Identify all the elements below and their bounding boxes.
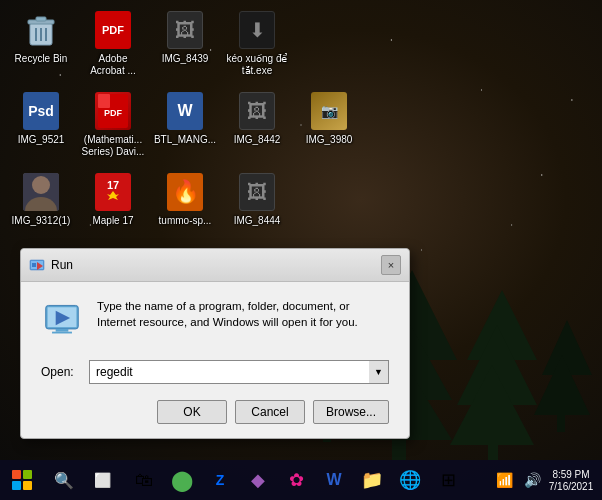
tray-network-icon[interactable]: 📶 xyxy=(492,460,516,500)
svg-rect-36 xyxy=(52,332,72,334)
word-icon: W xyxy=(326,471,341,489)
tray-clock[interactable]: 8:59 PM 7/16/2021 xyxy=(548,460,594,500)
keo-xuong-icon: ⬇ xyxy=(236,9,278,51)
desktop-icon-img-8444[interactable]: 🖼 IMG_8444 xyxy=(221,167,293,231)
icon-row-3: IMG_9312(1) 17 Maple 17 xyxy=(5,167,597,231)
dialog-browse-button[interactable]: Browse... xyxy=(313,400,389,424)
desktop-icon-math-series[interactable]: PDF (Mathemati... Series) Davi... xyxy=(77,86,149,162)
svg-rect-21 xyxy=(98,94,110,108)
icon-label-img-8439: IMG_8439 xyxy=(162,53,209,65)
taskbar-search-button[interactable]: 🔍 xyxy=(46,460,82,500)
svg-rect-16 xyxy=(36,17,46,21)
dialog-close-button[interactable]: × xyxy=(381,255,401,275)
svg-text:PDF: PDF xyxy=(104,108,123,118)
tray-volume-icon[interactable]: 🔊 xyxy=(520,460,544,500)
icon-label-img-3980: IMG_3980 xyxy=(306,134,353,146)
img-9312-icon xyxy=(20,171,62,213)
taskbar-system-tray: 📶 🔊 8:59 PM 7/16/2021 xyxy=(492,460,602,500)
dialog-open-input[interactable] xyxy=(89,360,369,384)
dialog-title-left: Run xyxy=(29,257,73,273)
icon-label-recycle-bin: Recycle Bin xyxy=(15,53,68,65)
svg-point-24 xyxy=(32,176,50,194)
tray-date: 7/16/2021 xyxy=(549,481,594,492)
icon-row-1: Recycle Bin PDF Adobe Acrobat ... 🖼 IMG_… xyxy=(5,5,597,81)
img-8444-icon: 🖼 xyxy=(236,171,278,213)
icon-label-img-9521: IMG_9521 xyxy=(18,134,65,146)
img-8442-icon: 🖼 xyxy=(236,90,278,132)
icon-label-keo-xuong: kéo xuống để tắt.exe xyxy=(225,53,289,77)
dialog-dropdown-button[interactable]: ▼ xyxy=(369,360,389,384)
dialog-open-row: Open: ▼ xyxy=(21,356,409,396)
tummo-sp-icon: 🔥 xyxy=(164,171,206,213)
maps-icon: 🌐 xyxy=(399,469,421,491)
svg-rect-35 xyxy=(56,329,69,332)
desktop-icon-img-3980[interactable]: 📷 IMG_3980 xyxy=(293,86,365,162)
dialog-cancel-button[interactable]: Cancel xyxy=(235,400,305,424)
icon-label-img-8444: IMG_8444 xyxy=(234,215,281,227)
taskbar-app-maps[interactable]: 🌐 xyxy=(392,461,428,499)
dialog-title-icon xyxy=(29,257,45,273)
taskbar-app-explorer[interactable]: 📁 xyxy=(354,461,390,499)
windows-logo-icon xyxy=(12,470,32,490)
desktop-icon-img-9521[interactable]: Psd IMG_9521 xyxy=(5,86,77,162)
math-series-icon: PDF xyxy=(92,90,134,132)
icon-label-img-9312: IMG_9312(1) xyxy=(12,215,71,227)
btl-mang-icon: W xyxy=(164,90,206,132)
taskbar-app-zalo[interactable]: Z xyxy=(202,461,238,499)
taskbar-app-ms-store[interactable]: ⊞ xyxy=(430,461,466,499)
dialog-description: Type the name of a program, folder, docu… xyxy=(97,298,389,330)
dialog-body: Type the name of a program, folder, docu… xyxy=(21,282,409,356)
dialog-title-text: Run xyxy=(51,258,73,272)
icon-label-tummo-sp: tummo-sp... xyxy=(159,215,212,227)
svg-rect-30 xyxy=(32,263,36,267)
desktop-icon-btl-mang[interactable]: W BTL_MANG... xyxy=(149,86,221,162)
img-3980-icon: 📷 xyxy=(308,90,350,132)
taskbar-app-vs[interactable]: ◆ xyxy=(240,461,276,499)
adobe-acrobat-icon: PDF xyxy=(92,9,134,51)
vs-icon: ◆ xyxy=(251,469,265,491)
run-icon xyxy=(41,298,83,340)
run-dialog: Run × Type the name of a program, folder… xyxy=(20,248,410,439)
taskbar-start-button[interactable] xyxy=(0,460,44,500)
maple-17-icon: 17 xyxy=(92,171,134,213)
icon-label-btl-mang: BTL_MANG... xyxy=(154,134,216,146)
taskbar-app-green[interactable]: ⬤ xyxy=(164,461,200,499)
desktop-icon-tummo-sp[interactable]: 🔥 tummo-sp... xyxy=(149,167,221,231)
taskbar-app-store[interactable]: 🛍 xyxy=(126,461,162,499)
desktop-icon-recycle-bin[interactable]: Recycle Bin xyxy=(5,5,77,81)
dialog-open-label: Open: xyxy=(41,365,81,379)
taskbar-task-view-button[interactable]: ⬜ xyxy=(84,460,120,500)
tray-time: 8:59 PM xyxy=(552,469,589,480)
desktop-icon-adobe-acrobat[interactable]: PDF Adobe Acrobat ... xyxy=(77,5,149,81)
ms-store-icon: ⊞ xyxy=(441,469,456,491)
svg-text:17: 17 xyxy=(107,179,119,191)
icon-label-maple-17: Maple 17 xyxy=(92,215,133,227)
taskbar-app-pink[interactable]: ✿ xyxy=(278,461,314,499)
img-9521-icon: Psd xyxy=(20,90,62,132)
zalo-icon: Z xyxy=(216,472,225,488)
icon-label-math-series: (Mathemati... Series) Davi... xyxy=(81,134,145,158)
green-app-icon: ⬤ xyxy=(171,468,193,492)
search-icon: 🔍 xyxy=(54,471,74,490)
store-icon: 🛍 xyxy=(135,470,153,491)
desktop: Recycle Bin PDF Adobe Acrobat ... 🖼 IMG_… xyxy=(0,0,602,500)
explorer-icon: 📁 xyxy=(361,469,383,491)
dialog-ok-button[interactable]: OK xyxy=(157,400,227,424)
dialog-open-combo: ▼ xyxy=(89,360,389,384)
desktop-icon-img-9312[interactable]: IMG_9312(1) xyxy=(5,167,77,231)
img-8439-icon: 🖼 xyxy=(164,9,206,51)
desktop-icon-maple-17[interactable]: 17 Maple 17 xyxy=(77,167,149,231)
dialog-titlebar: Run × xyxy=(21,249,409,282)
recycle-bin-icon xyxy=(20,9,62,51)
desktop-icon-keo-xuong[interactable]: ⬇ kéo xuống để tắt.exe xyxy=(221,5,293,81)
dialog-buttons: OK Cancel Browse... xyxy=(21,396,409,438)
icon-row-2: Psd IMG_9521 PDF (Mathemati... Series) D… xyxy=(5,86,597,162)
icon-label-img-8442: IMG_8442 xyxy=(234,134,281,146)
taskbar-app-word[interactable]: W xyxy=(316,461,352,499)
task-view-icon: ⬜ xyxy=(94,472,111,488)
taskbar-apps: 🛍 ⬤ Z ◆ ✿ W 📁 xyxy=(122,461,490,499)
desktop-icon-img-8442[interactable]: 🖼 IMG_8442 xyxy=(221,86,293,162)
icon-label-adobe-acrobat: Adobe Acrobat ... xyxy=(81,53,145,77)
desktop-icon-img-8439[interactable]: 🖼 IMG_8439 xyxy=(149,5,221,81)
taskbar: 🔍 ⬜ 🛍 ⬤ Z ◆ ✿ xyxy=(0,460,602,500)
